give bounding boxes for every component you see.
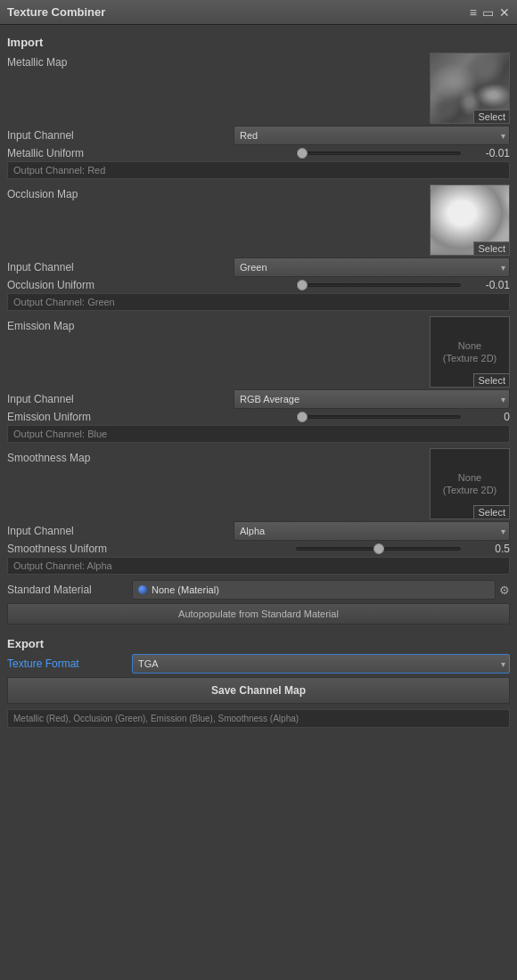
occlusion-map-label: Occlusion Map (7, 184, 430, 200)
occlusion-uniform-value: -0.01 (461, 279, 510, 291)
standard-material-selector[interactable]: None (Material) (132, 580, 496, 600)
main-content: Import Metallic Map Select Input Channel… (0, 25, 517, 980)
metallic-map-thumbnail[interactable]: Select (430, 53, 510, 124)
smoothness-slider-wrapper: 0.5 (296, 543, 510, 555)
import-header: Import (7, 36, 510, 49)
autopopulate-button[interactable]: Autopopulate from Standard Material (7, 603, 510, 625)
smoothness-input-channel-row: Input Channel Red Green Blue Alpha RGB A… (7, 521, 510, 541)
smoothness-map-block: Smoothness Map None (Texture 2D) Select … (7, 448, 510, 575)
emission-map-label: Emission Map (7, 316, 430, 332)
texture-format-select[interactable]: TGA PNG EXR HDR (132, 654, 510, 674)
metallic-map-row: Metallic Map Select (7, 53, 510, 124)
emission-output-channel: Output Channel: Blue (7, 425, 510, 443)
standard-material-value: None (Material) (152, 584, 489, 595)
occlusion-output-channel: Output Channel: Green (7, 293, 510, 311)
occlusion-uniform-row: Occlusion Uniform -0.01 (7, 279, 510, 291)
occlusion-uniform-slider[interactable] (296, 283, 461, 287)
smoothness-map-label: Smoothness Map (7, 448, 430, 464)
smoothness-uniform-slider[interactable] (296, 547, 461, 551)
occlusion-input-channel-select[interactable]: Red Green Blue Alpha RGB Average (234, 257, 510, 277)
standard-material-row: Standard Material None (Material) ⚙ (7, 580, 510, 600)
metallic-select-button[interactable]: Select (473, 110, 509, 123)
standard-material-label: Standard Material (7, 584, 132, 596)
texture-format-row: Texture Format TGA PNG EXR HDR (7, 654, 510, 674)
occlusion-input-channel-dropdown-wrapper[interactable]: Red Green Blue Alpha RGB Average (234, 257, 510, 277)
occlusion-map-block: Occlusion Map Select Input Channel Red G… (7, 184, 510, 311)
emission-select-button[interactable]: Select (473, 373, 509, 387)
emission-input-channel-select[interactable]: Red Green Blue Alpha RGB Average (234, 389, 510, 409)
metallic-input-channel-row: Input Channel Red Green Blue Alpha RGB A… (7, 126, 510, 145)
smoothness-uniform-row: Smoothness Uniform 0.5 (7, 543, 510, 555)
emission-slider-wrapper: 0 (296, 411, 510, 423)
metallic-uniform-slider[interactable] (296, 151, 461, 155)
emission-map-block: Emission Map None (Texture 2D) Select In… (7, 316, 510, 443)
close-icon[interactable]: ✕ (499, 5, 510, 20)
smoothness-uniform-value: 0.5 (461, 543, 510, 555)
metallic-map-block: Metallic Map Select Input Channel Red Gr… (7, 53, 510, 179)
occlusion-input-channel-row: Input Channel Red Green Blue Alpha RGB A… (7, 257, 510, 277)
smoothness-input-channel-dropdown-wrapper[interactable]: Red Green Blue Alpha RGB Average (234, 521, 510, 541)
metallic-uniform-row: Metallic Uniform -0.01 (7, 147, 510, 159)
export-section: Export Texture Format TGA PNG EXR HDR Sa… (7, 637, 510, 728)
emission-none-label: None (Texture 2D) (443, 339, 497, 365)
metallic-input-channel-select[interactable]: Red Green Blue Alpha RGB Average (234, 126, 510, 145)
texture-combiner-window: Texture Combiner ≡ ▭ ✕ Import Metallic M… (0, 0, 517, 980)
standard-material-gear-icon[interactable]: ⚙ (499, 584, 510, 597)
maximize-icon[interactable]: ▭ (482, 5, 494, 20)
smoothness-map-row: Smoothness Map None (Texture 2D) Select (7, 448, 510, 519)
emission-map-thumbnail[interactable]: None (Texture 2D) Select (430, 316, 510, 388)
material-dot-icon (138, 585, 147, 594)
title-bar: Texture Combiner ≡ ▭ ✕ (0, 0, 517, 25)
emission-uniform-value: 0 (461, 411, 510, 423)
smoothness-input-channel-select[interactable]: Red Green Blue Alpha RGB Average (234, 521, 510, 541)
emission-uniform-row: Emission Uniform 0 (7, 411, 510, 423)
window-title: Texture Combiner (7, 5, 470, 19)
emission-input-channel-label: Input Channel (7, 393, 234, 405)
channel-info-text: Metallic (Red), Occlusion (Green), Emiss… (7, 709, 510, 728)
occlusion-input-channel-label: Input Channel (7, 261, 234, 274)
metallic-slider-wrapper: -0.01 (296, 147, 510, 159)
save-channel-map-button[interactable]: Save Channel Map (7, 677, 510, 704)
metallic-output-channel: Output Channel: Red (7, 161, 510, 179)
metallic-input-channel-label: Input Channel (7, 129, 234, 142)
metallic-input-channel-dropdown-wrapper[interactable]: Red Green Blue Alpha RGB Average (234, 126, 510, 145)
export-header: Export (7, 637, 510, 650)
metallic-map-label: Metallic Map (7, 53, 430, 69)
smoothness-none-label: None (Texture 2D) (443, 471, 497, 497)
emission-uniform-slider[interactable] (296, 415, 461, 419)
title-bar-controls: ≡ ▭ ✕ (470, 5, 510, 20)
occlusion-select-button[interactable]: Select (473, 241, 509, 255)
occlusion-map-row: Occlusion Map Select (7, 184, 510, 256)
metallic-uniform-label: Metallic Uniform (7, 147, 296, 159)
occlusion-uniform-label: Occlusion Uniform (7, 279, 296, 291)
texture-format-label: Texture Format (7, 657, 132, 670)
metallic-uniform-value: -0.01 (461, 147, 510, 159)
smoothness-output-channel: Output Channel: Alpha (7, 557, 510, 575)
emission-input-channel-dropdown-wrapper[interactable]: Red Green Blue Alpha RGB Average (234, 389, 510, 409)
smoothness-input-channel-label: Input Channel (7, 525, 234, 537)
smoothness-map-thumbnail[interactable]: None (Texture 2D) Select (430, 448, 510, 519)
menu-icon[interactable]: ≡ (470, 5, 477, 20)
emission-uniform-label: Emission Uniform (7, 411, 296, 423)
occlusion-slider-wrapper: -0.01 (296, 279, 510, 291)
smoothness-select-button[interactable]: Select (473, 505, 509, 519)
occlusion-map-thumbnail[interactable]: Select (430, 184, 510, 256)
emission-map-row: Emission Map None (Texture 2D) Select (7, 316, 510, 388)
emission-input-channel-row: Input Channel Red Green Blue Alpha RGB A… (7, 389, 510, 409)
smoothness-uniform-label: Smoothness Uniform (7, 543, 296, 555)
texture-format-dropdown-wrapper[interactable]: TGA PNG EXR HDR (132, 654, 510, 674)
